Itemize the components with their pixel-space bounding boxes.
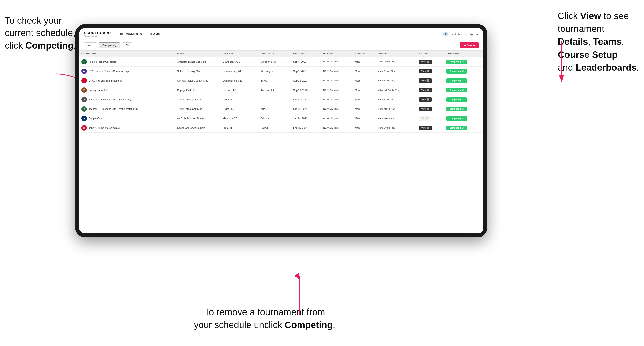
competing-button[interactable]: Competing: [446, 88, 467, 93]
view-button[interactable]: View ℹ️: [419, 69, 432, 73]
team-logo: I: [82, 78, 87, 83]
event-name: Folds of Honor Collegiate: [89, 60, 116, 63]
table-row: H John A. Burns Intercollegiate Ocean Co…: [79, 123, 484, 133]
scoring-cell: individual, Stroke Play: [375, 85, 416, 95]
col-header-hosted: HOSTED BY: [258, 51, 291, 57]
table-row: J Jackson T. Stephens Cup – Men's Match …: [79, 104, 484, 114]
competing-cell: Competing: [444, 76, 484, 85]
nav-signout[interactable]: Sign out: [469, 33, 479, 36]
table-row: P Papago Individual Papago Golf ClubPhoe…: [79, 85, 484, 95]
competing-button[interactable]: Competing: [446, 78, 467, 83]
create-button[interactable]: + Create: [460, 42, 479, 48]
col-header-city: CITY, STATE: [220, 51, 258, 57]
nav-right: 👤 Test User | Sign out: [443, 32, 479, 36]
event-name: Jackson T. Stephens Cup – Men's Match Pl…: [89, 108, 138, 110]
date-cell: Sep 18, 2023: [291, 85, 321, 95]
col-header-gender: GENDER: [352, 51, 375, 57]
hosted-cell: [258, 95, 291, 104]
annotation-bottom: To remove a tournament from your schedul…: [194, 306, 335, 332]
view-button[interactable]: View ℹ️: [419, 78, 432, 83]
date-cell: Sep 4, 2023: [291, 57, 321, 67]
event-name-cell: A Copper Cup: [79, 114, 175, 123]
team-logo: H: [82, 125, 87, 131]
tournaments-table: EVENT NAME VENUE CITY, STATE HOSTED BY S…: [79, 51, 484, 133]
division-cell: NCAA Division I: [321, 85, 352, 95]
actions-cell: View ℹ️: [416, 104, 444, 114]
division-cell: NCAA Division I: [321, 76, 352, 85]
scoring-cell: team, Stroke Play: [375, 57, 416, 67]
competing-cell: Competing: [444, 114, 484, 123]
view-button[interactable]: View ℹ️: [419, 97, 432, 102]
view-button[interactable]: View ℹ️: [419, 88, 432, 92]
city-cell: Sammamish, WA: [220, 67, 258, 76]
nav-bar: SCOREBOARD Powered by clippi TOURNAMENTS…: [79, 28, 484, 40]
competing-cell: Competing: [444, 57, 484, 67]
competing-button[interactable]: Competing: [446, 60, 467, 64]
event-name: John A. Burns Intercollegiate: [89, 127, 120, 129]
col-header-division: DIVISION: [321, 51, 352, 57]
venue-cell: Papago Golf Club: [175, 85, 220, 95]
venue-cell: Olympia Fields Country Club: [175, 76, 220, 85]
date-cell: Jan 14, 2024: [291, 114, 321, 123]
tablet-screen: SCOREBOARD Powered by clippi TOURNAMENTS…: [79, 28, 484, 233]
competing-button[interactable]: Competing: [446, 69, 467, 74]
table-header-row: EVENT NAME VENUE CITY, STATE HOSTED BY S…: [79, 51, 484, 57]
event-name-cell: J Jackson T. Stephens Cup – Men's Match …: [79, 104, 175, 114]
competing-cell: Competing: [444, 95, 484, 104]
col-header-date: START DATE: [291, 51, 321, 57]
user-icon: 👤: [443, 32, 448, 36]
division-cell: NCAA Division I: [321, 123, 352, 133]
event-name: OFCC Fighting Illini Invitational: [89, 79, 122, 82]
view-button[interactable]: View ℹ️: [419, 60, 432, 64]
view-button[interactable]: View ℹ️: [419, 126, 432, 130]
tab-home[interactable]: Ho...: [84, 42, 97, 48]
date-cell: Sep 9, 2023: [291, 67, 321, 76]
competing-button[interactable]: Competing: [446, 107, 467, 111]
table-row: I OFCC Fighting Illini Invitational Olym…: [79, 76, 484, 85]
table-row: J Jackson T. Stephens Cup – Stroke Play …: [79, 95, 484, 104]
table-container[interactable]: EVENT NAME VENUE CITY, STATE HOSTED BY S…: [79, 51, 484, 233]
competing-button[interactable]: Competing: [446, 126, 467, 130]
annotation-top-left: To check your current schedule, click Co…: [5, 14, 76, 52]
event-name-cell: W 2023 Sahalee Players Championship: [79, 67, 175, 76]
nav-link-teams[interactable]: TEAMS: [149, 32, 160, 36]
division-cell: NCAA Division I: [321, 57, 352, 67]
actions-cell: ✏️ Edit: [416, 114, 444, 123]
competing-button[interactable]: Competing: [446, 116, 467, 121]
gender-cell: Men: [352, 67, 375, 76]
actions-cell: View ℹ️: [416, 123, 444, 133]
col-header-competing: COMPETING: [444, 51, 484, 57]
event-name-cell: F Folds of Honor Collegiate: [79, 57, 175, 67]
date-cell: Sep 15, 2023: [291, 76, 321, 85]
venue-cell: Ocean Course At Hokuala: [175, 123, 220, 133]
city-cell: Lihue, HI: [220, 123, 258, 133]
city-cell: Phoenix, AZ: [220, 85, 258, 95]
hosted-cell: Arizona: [258, 114, 291, 123]
team-logo: A: [82, 116, 87, 121]
competing-cell: Competing: [444, 67, 484, 76]
team-logo: J: [82, 106, 87, 112]
competing-button[interactable]: Competing: [446, 97, 467, 102]
division-cell: NCAA Division I: [321, 67, 352, 76]
view-button[interactable]: View ℹ️: [419, 107, 432, 111]
scoring-cell: team, Match Play: [375, 104, 416, 114]
nav-links: TOURNAMENTS TEAMS: [118, 32, 443, 36]
actions-cell: View ℹ️: [416, 85, 444, 95]
tab-competing[interactable]: Competing: [99, 42, 120, 48]
scoring-cell: team, Stroke Play: [375, 123, 416, 133]
date-cell: Oct 9, 2023: [291, 95, 321, 104]
competing-cell: Competing: [444, 85, 484, 95]
date-cell: Feb 15, 2024: [291, 123, 321, 133]
event-name: Papago Individual: [89, 89, 108, 92]
date-cell: Oct 11, 2023: [291, 104, 321, 114]
city-cell: Dallas, TX: [220, 95, 258, 104]
event-name: Jackson T. Stephens Cup – Stroke Play: [89, 98, 131, 101]
actions-cell: View ℹ️: [416, 67, 444, 76]
event-name-cell: P Papago Individual: [79, 85, 175, 95]
competing-cell: Competing: [444, 123, 484, 133]
nav-link-tournaments[interactable]: TOURNAMENTS: [118, 32, 142, 36]
scoring-cell: team, Stroke Play: [375, 95, 416, 104]
tab-all[interactable]: All: [122, 42, 132, 48]
hosted-cell: ABAC: [258, 104, 291, 114]
edit-button[interactable]: ✏️ Edit: [419, 116, 431, 121]
